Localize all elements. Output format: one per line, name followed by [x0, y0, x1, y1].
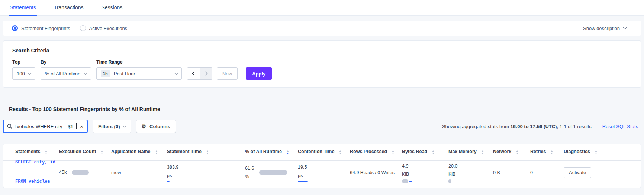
chevron-right-icon [203, 71, 207, 75]
chevron-down-icon [623, 26, 627, 30]
top-label: Top [12, 59, 35, 65]
top-select-value: 100 [17, 71, 25, 77]
radio-active-executions-label: Active Executions [89, 26, 128, 31]
time-range-select[interactable]: 1h Past Hour [96, 67, 182, 80]
apply-button[interactable]: Apply [246, 67, 272, 80]
time-range-field: Time Range 1h Past Hour [96, 59, 182, 80]
previous-time-window-button[interactable] [187, 68, 200, 79]
text-caret [76, 123, 77, 129]
max-memory-unit: KiB [448, 170, 457, 179]
by-field: By % of All Runtime [41, 59, 91, 80]
chevron-down-icon [175, 71, 178, 74]
columns-button[interactable]: ⚙ Columns [136, 120, 176, 133]
tab-statements[interactable]: Statements [9, 0, 37, 16]
time-range-value: Past Hour [114, 71, 135, 77]
by-select-value: % of All Runtime [45, 71, 80, 77]
statement-time-value: 383.9 [167, 163, 178, 172]
pct-runtime-unit: % [245, 172, 254, 181]
show-description-toggle[interactable]: Show description [583, 26, 632, 31]
sql-activity-tabs: Statements Transactions Sessions [0, 0, 644, 16]
pct-runtime-value: 61.6 [245, 164, 254, 173]
sort-icon[interactable] [482, 150, 484, 154]
tab-sessions[interactable]: Sessions [100, 0, 123, 16]
bytes-read-value: 4.9 [402, 162, 409, 170]
filters-button-label: Filters (0) [98, 124, 120, 129]
bytes-read-bar [402, 179, 408, 183]
column-header-statement-time[interactable]: Statement Time [167, 149, 245, 156]
by-select[interactable]: % of All Runtime [41, 67, 91, 80]
sort-icon-active[interactable] [287, 150, 289, 154]
time-range-label: Time Range [96, 59, 182, 65]
top-field: Top 100 [12, 59, 35, 80]
stats-suffix: , 1-1 of 1 results [557, 124, 591, 129]
gear-icon: ⚙ [142, 124, 146, 129]
sort-icon[interactable] [101, 150, 103, 154]
show-description-label: Show description [583, 26, 620, 31]
clear-search-icon[interactable]: × [80, 124, 84, 129]
divider [597, 122, 597, 131]
application-name-value: movr [111, 170, 122, 175]
chevron-left-icon [192, 71, 196, 75]
sort-icon[interactable] [339, 150, 341, 154]
sort-icon[interactable] [595, 150, 597, 154]
tab-transactions[interactable]: Transactions [53, 0, 84, 16]
search-criteria-panel: Search Criteria Top 100 By % of All Runt… [3, 40, 641, 88]
contention-time-unit: µs [298, 172, 307, 180]
column-header-network[interactable]: Network [493, 149, 530, 156]
execution-count-bar [72, 170, 89, 175]
column-header-diagnostics[interactable]: Diagnostics [564, 149, 629, 156]
next-time-window-button[interactable] [200, 68, 212, 79]
bytes-read-bar-marker [409, 181, 412, 182]
statements-table: Statements Execution Count Application N… [3, 144, 641, 188]
column-header-max-memory[interactable]: Max Memory [448, 149, 493, 156]
radio-unselected-icon [80, 25, 86, 31]
results-toolbar: y, id FROM vehicles WHERE city = $1 × Fi… [3, 120, 641, 133]
chevron-down-icon [84, 71, 87, 74]
radio-statement-fingerprints-label: Statement Fingerprints [21, 26, 70, 31]
stats-time-range: 16:00 to 17:59 (UTC) [510, 124, 557, 129]
statement-time-bar [167, 181, 170, 182]
sort-icon[interactable] [516, 150, 518, 154]
column-header-retries[interactable]: Retries [530, 149, 564, 156]
statement-search-input[interactable]: y, id FROM vehicles WHERE city = $1 × [3, 120, 88, 133]
rows-processed-value: 64.9 Reads / 0 Writes [350, 170, 395, 175]
aggregated-stats-text: Showing aggregated stats from 16:00 to 1… [442, 124, 592, 129]
top-select[interactable]: 100 [12, 67, 35, 80]
radio-selected-icon [12, 25, 18, 31]
sort-icon[interactable] [155, 150, 158, 154]
column-header-contention-time[interactable]: Contention Time [298, 149, 350, 156]
chevron-down-icon [123, 124, 126, 127]
statement-fingerprint-link[interactable]: SELECT city, id FROM vehicles [15, 146, 59, 195]
statement-time-unit: µs [167, 172, 178, 180]
sort-icon[interactable] [551, 150, 553, 154]
column-header-pct-all-runtime[interactable]: % of All Runtime [245, 149, 298, 156]
execution-count-value: 45k [59, 170, 67, 175]
time-range-badge: 1h [101, 70, 110, 77]
pct-runtime-bar [259, 170, 287, 175]
network-value: 0 B [493, 170, 500, 175]
sort-icon[interactable] [392, 150, 394, 154]
activate-diagnostics-button[interactable]: Activate [564, 167, 591, 178]
sort-icon[interactable] [206, 150, 209, 154]
column-header-rows-processed[interactable]: Rows Processed [350, 149, 402, 156]
table-header-row: Statements Execution Count Application N… [3, 144, 641, 161]
contention-time-bar [298, 181, 308, 182]
time-window-pager [187, 67, 212, 80]
table-row: SELECT city, id FROM vehicles 45k movr 3… [3, 161, 641, 184]
columns-button-label: Columns [149, 124, 170, 129]
filters-button[interactable]: Filters (0) [93, 120, 131, 133]
column-header-execution-count[interactable]: Execution Count [59, 149, 111, 156]
sort-icon[interactable] [432, 150, 434, 154]
search-icon [7, 124, 12, 129]
search-criteria-title: Search Criteria [12, 48, 632, 53]
column-header-bytes-read[interactable]: Bytes Read [402, 149, 448, 156]
max-memory-bar [448, 179, 451, 183]
radio-active-executions[interactable]: Active Executions [80, 25, 128, 31]
stats-prefix: Showing aggregated stats from [442, 124, 511, 129]
now-button[interactable]: Now [217, 67, 238, 80]
radio-statement-fingerprints[interactable]: Statement Fingerprints [12, 25, 70, 31]
search-input-value: y, id FROM vehicles WHERE city = $1 [15, 124, 73, 129]
view-toggle-bar: Statement Fingerprints Active Executions… [3, 21, 641, 36]
reset-sql-stats-link[interactable]: Reset SQL Stats [602, 124, 641, 129]
column-header-application-name[interactable]: Application Name [111, 149, 167, 156]
